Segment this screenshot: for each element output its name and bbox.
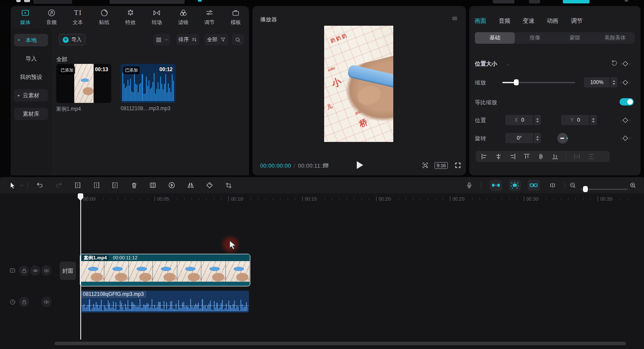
timeline-zoom-out-icon[interactable] <box>568 181 577 190</box>
freeze-frame-icon[interactable] <box>149 181 157 190</box>
keyframe-control[interactable]: ‹› <box>620 136 631 141</box>
keyframe-diamond-icon[interactable] <box>623 135 628 141</box>
main-track-magnet-toggle[interactable] <box>490 180 502 191</box>
timeline-video-clip[interactable]: 案例1.mp4 00:00:11:12 <box>80 254 250 286</box>
titlebar-button-fragment[interactable] <box>493 0 514 3</box>
video-preview[interactable]: 奶 奶 奶 xiǎo 小 儿 qiáo 桥 <box>324 26 393 142</box>
auto-snap-toggle[interactable] <box>509 180 521 191</box>
timeline-zoom-in-icon[interactable] <box>629 181 637 190</box>
split-icon[interactable] <box>73 181 82 190</box>
view-mode-button[interactable] <box>154 34 170 45</box>
subtab-beauty[interactable]: 美颜美体 <box>595 32 635 44</box>
sidebar-item-local[interactable]: ▾ 本地 <box>14 34 48 46</box>
selection-handle[interactable] <box>324 26 329 30</box>
position-x-stepper[interactable] <box>534 115 541 125</box>
tab-filter[interactable]: 滤镜 <box>170 6 196 28</box>
crop-icon[interactable] <box>224 181 233 190</box>
video-track-lock-icon[interactable] <box>19 265 29 276</box>
rotation-dial[interactable] <box>557 133 568 144</box>
window-controls-fragment[interactable] <box>625 0 628 2</box>
playhead-line[interactable] <box>80 200 81 340</box>
video-track-visibility-icon[interactable] <box>30 265 40 276</box>
preview-pages-icon[interactable] <box>322 162 330 169</box>
select-tool-icon[interactable] <box>8 181 17 190</box>
tab-transition[interactable]: 转场 <box>144 6 170 28</box>
titlebar-tab-fragment[interactable] <box>33 0 72 4</box>
delete-right-icon[interactable] <box>111 181 119 190</box>
keyframe-control[interactable]: ‹› <box>620 80 631 85</box>
sidebar-item-presets[interactable]: 我的预设 <box>14 71 48 83</box>
preview-axis-icon[interactable] <box>548 181 557 190</box>
collapse-caret-icon[interactable] <box>506 63 510 67</box>
horizontal-scrollbar[interactable] <box>55 342 626 345</box>
reverse-icon[interactable] <box>167 181 176 190</box>
align-bottom-icon[interactable] <box>552 153 559 160</box>
delete-left-icon[interactable] <box>92 181 101 190</box>
uniform-scale-toggle[interactable] <box>620 98 634 105</box>
tab-audio-settings[interactable]: 音频 <box>498 17 510 25</box>
cover-button[interactable]: 封面 <box>60 262 76 280</box>
selection-handle[interactable] <box>324 137 329 142</box>
delete-icon[interactable] <box>130 181 138 190</box>
preview-quality-icon[interactable] <box>422 162 429 169</box>
timeline-audio-clip[interactable]: 08112108qGFfG.mp3.mp3 <box>81 291 249 313</box>
scale-slider[interactable] <box>502 82 575 83</box>
align-top-icon[interactable] <box>523 153 530 160</box>
media-item-audio[interactable]: 已添加 00:12 <box>121 64 176 103</box>
video-track-mute-icon[interactable] <box>41 265 52 276</box>
play-button[interactable] <box>356 161 364 169</box>
timeline-zoom-thumb[interactable] <box>583 186 588 192</box>
selection-handle[interactable] <box>389 26 393 30</box>
record-voiceover-icon[interactable] <box>465 181 474 190</box>
tab-animation[interactable]: 动画 <box>547 17 559 25</box>
slider-thumb[interactable] <box>514 79 519 85</box>
tab-text[interactable]: TI 文本 <box>65 6 91 28</box>
tab-template[interactable]: 模板 <box>223 6 249 28</box>
sort-button[interactable]: 排序 <box>176 34 199 45</box>
sidebar-item-library[interactable]: 素材库 <box>14 108 48 120</box>
tab-speed[interactable]: 变速 <box>522 17 535 25</box>
media-item-video[interactable]: 已添加 00:13 <box>56 64 111 103</box>
sidebar-item-cloud[interactable]: ▸ 云素材 <box>14 89 48 102</box>
position-y-field[interactable]: Y 0 <box>561 115 589 125</box>
import-button[interactable]: + 导入 <box>59 34 85 45</box>
reset-icon[interactable] <box>611 60 618 66</box>
selection-handle[interactable] <box>389 137 393 142</box>
export-button-partial[interactable] <box>563 0 589 3</box>
subtab-cutout[interactable]: 抠像 <box>515 32 555 44</box>
subtab-basic[interactable]: 基础 <box>475 32 515 44</box>
align-center-vertical-icon[interactable] <box>538 153 544 160</box>
audio-track-lock-icon[interactable] <box>19 297 29 307</box>
aspect-ratio-button[interactable]: 9:16 <box>434 162 448 169</box>
keyframe-diamond-icon[interactable] <box>623 61 628 66</box>
titlebar-button-fragment[interactable] <box>529 0 540 3</box>
titlebar-tab-fragment[interactable] <box>109 0 185 4</box>
align-center-horizontal-icon[interactable] <box>495 153 502 160</box>
linkage-toggle[interactable] <box>528 180 540 191</box>
keyframe-control[interactable]: ‹› <box>620 118 631 123</box>
align-right-icon[interactable] <box>509 153 516 160</box>
rotate-stepper[interactable] <box>534 133 541 143</box>
position-x-field[interactable]: X 0 <box>505 115 533 125</box>
align-left-icon[interactable] <box>481 153 488 160</box>
select-tool-chevron-icon[interactable] <box>17 181 26 190</box>
rotate-icon[interactable] <box>205 181 214 190</box>
keyframe-control[interactable]: ‹› <box>620 61 631 66</box>
tab-picture[interactable]: 画面 <box>474 17 486 25</box>
mirror-icon[interactable] <box>186 181 195 190</box>
sidebar-item-import[interactable]: 导入 <box>14 52 48 65</box>
filter-button[interactable]: 全部 <box>204 34 228 45</box>
tab-effects[interactable]: 特效 <box>117 6 143 28</box>
fullscreen-icon[interactable] <box>454 162 462 169</box>
rotate-value-field[interactable]: 0° <box>505 133 533 143</box>
keyframe-diamond-icon[interactable] <box>623 117 628 123</box>
player-menu-icon[interactable] <box>451 15 458 21</box>
tab-media[interactable]: 媒体 <box>12 6 38 28</box>
scale-stepper[interactable] <box>611 77 617 87</box>
tab-adjustment[interactable]: 调节 <box>571 17 583 25</box>
keyframe-diamond-icon[interactable] <box>623 80 628 85</box>
playhead-handle[interactable] <box>78 193 83 201</box>
undo-icon[interactable] <box>36 181 44 190</box>
scale-value-field[interactable]: 100% <box>584 77 610 87</box>
subtab-mask[interactable]: 蒙版 <box>555 32 595 44</box>
